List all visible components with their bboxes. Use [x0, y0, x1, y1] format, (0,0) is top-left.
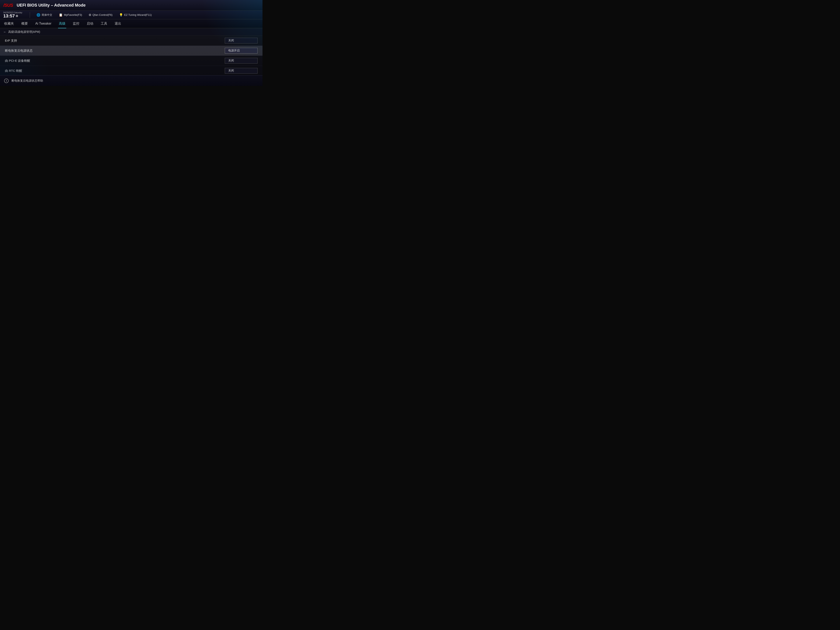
tab-tools[interactable]: 工具: [100, 19, 108, 28]
nav-tabs: 收藏夹 概要 Ai Tweaker 高级 监控 启动 工具 退出: [0, 19, 262, 28]
language-icon: 🌐: [36, 13, 40, 17]
settings-label-pcie-wake: 由 PCI-E 设备映醒: [5, 59, 225, 63]
help-text: 断电恢复后电源状态帮助: [11, 79, 43, 83]
header-bar: /SUS UEFI BIOS Utility – Advanced Mode: [0, 0, 262, 11]
tab-advanced[interactable]: 高级: [58, 19, 66, 28]
qfan-icon: ⚙: [88, 13, 91, 17]
toolbar-divider-1: [30, 12, 30, 18]
myfavorite-button[interactable]: 📋 MyFavorite(F3): [58, 13, 83, 17]
qfan-button[interactable]: ⚙ Qfan Control(F6): [87, 13, 114, 17]
language-label: 简体中文: [42, 13, 52, 17]
ez-tuning-icon: 💡: [119, 13, 123, 17]
help-bar: i 断电恢复后电源状态帮助: [0, 75, 262, 86]
settings-value-erp[interactable]: 关闭: [225, 38, 257, 43]
tab-ai-tweaker[interactable]: Ai Tweaker: [35, 20, 52, 28]
breadcrumb-bar: ← 高级\高级电源管理(APM): [0, 28, 262, 36]
tab-exit[interactable]: 退出: [114, 19, 122, 28]
settings-gear-icon[interactable]: ⚙: [16, 14, 18, 17]
back-button[interactable]: ←: [3, 30, 6, 34]
tab-monitor[interactable]: 监控: [72, 19, 80, 28]
bios-title: UEFI BIOS Utility – Advanced Mode: [17, 3, 259, 8]
settings-label-rtc-wake: 由 RTC 映醒: [5, 69, 225, 73]
settings-value-rtc-wake[interactable]: 关闭: [225, 68, 257, 74]
breadcrumb: 高级\高级电源管理(APM): [8, 30, 40, 34]
qfan-label: Qfan Control(F6): [93, 13, 112, 16]
settings-label-power-after-outage: 断电恢复后电源状态: [5, 49, 225, 53]
settings-value-power-after-outage[interactable]: 电源开启: [225, 48, 257, 54]
tab-favorites[interactable]: 收藏夹: [3, 19, 15, 28]
settings-row-erp[interactable]: ErP 支持关闭: [0, 36, 262, 46]
settings-row-power-after-outage[interactable]: 断电恢复后电源状态电源开启: [0, 46, 262, 56]
settings-label-erp: ErP 支持: [5, 39, 225, 43]
myfavorite-icon: 📋: [59, 13, 63, 17]
toolbar-bar: 04/29/2023 Saturday 13:57 ⚙ 🌐 简体中文 📋 MyF…: [0, 11, 262, 19]
language-selector[interactable]: 🌐 简体中文: [35, 13, 54, 17]
settings-row-rtc-wake[interactable]: 由 RTC 映醒关闭: [0, 66, 262, 76]
datetime-block: 04/29/2023 Saturday 13:57 ⚙: [3, 11, 22, 18]
tab-overview[interactable]: 概要: [21, 19, 29, 28]
tab-boot[interactable]: 启动: [86, 19, 94, 28]
time-display: 13:57 ⚙: [3, 14, 22, 18]
info-icon: i: [4, 79, 9, 83]
settings-value-pcie-wake[interactable]: 关闭: [225, 58, 257, 63]
settings-row-pcie-wake[interactable]: 由 PCI-E 设备映醒关闭: [0, 56, 262, 66]
asus-logo: /SUS: [3, 3, 13, 8]
myfavorite-label: MyFavorite(F3): [64, 13, 82, 16]
ez-tuning-button[interactable]: 💡 EZ Tuning Wizard(F11): [118, 13, 153, 17]
ez-tuning-label: EZ Tuning Wizard(F11): [124, 13, 152, 16]
